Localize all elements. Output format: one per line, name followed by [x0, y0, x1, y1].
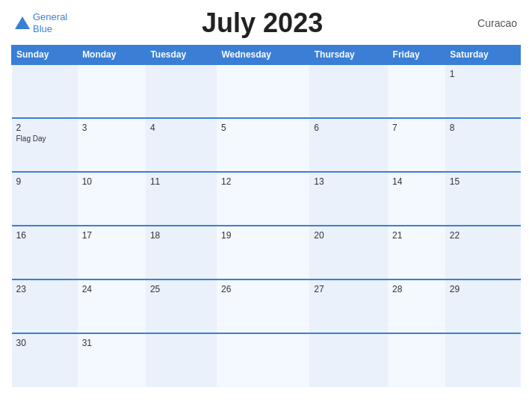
calendar-cell: [445, 333, 521, 387]
day-number: 5: [221, 123, 305, 133]
day-number: 25: [150, 284, 212, 294]
calendar-cell: [217, 333, 309, 387]
calendar-container: General Blue July 2023 Curacao SundayMon…: [0, 0, 532, 411]
logo-triangle-icon: [15, 16, 30, 29]
calendar-cell: 22: [445, 226, 521, 279]
calendar-cell: 16: [12, 226, 78, 279]
calendar-cell: 3: [78, 118, 146, 172]
day-number: 9: [16, 176, 73, 187]
calendar-cell: 1: [445, 64, 521, 118]
day-number: 4: [150, 123, 212, 133]
calendar-cell: 23: [12, 279, 78, 333]
day-number: 23: [16, 284, 73, 294]
day-number: 21: [392, 230, 441, 241]
day-number: 29: [450, 284, 516, 294]
day-number: 6: [314, 123, 383, 133]
calendar-header: General Blue July 2023 Curacao: [11, 7, 521, 39]
calendar-cell: 14: [388, 172, 445, 226]
calendar-cell: 18: [146, 226, 217, 279]
calendar-cell: 24: [78, 279, 146, 333]
day-number: 16: [16, 230, 73, 241]
calendar-cell: 13: [309, 172, 388, 226]
calendar-cell: [388, 64, 445, 118]
calendar-week-row: 2Flag Day345678: [12, 118, 521, 172]
calendar-cell: 27: [309, 279, 388, 333]
day-number: 31: [82, 338, 141, 348]
calendar-cell: 26: [217, 279, 309, 333]
day-number: 10: [82, 176, 141, 187]
country-label: Curacao: [457, 17, 517, 29]
day-number: 19: [221, 230, 305, 241]
calendar-cell: 17: [78, 226, 146, 279]
calendar-cell: 25: [146, 279, 217, 333]
day-number: 18: [150, 230, 212, 241]
day-number: 2: [16, 123, 73, 133]
calendar-cell: 30: [12, 333, 78, 387]
day-event: Flag Day: [16, 135, 73, 143]
day-number: 28: [392, 284, 441, 294]
calendar-cell: 20: [309, 226, 388, 279]
weekday-header-row: SundayMondayTuesdayWednesdayThursdayFrid…: [12, 46, 521, 65]
calendar-cell: 5: [217, 118, 309, 172]
logo: General Blue: [15, 11, 67, 34]
calendar-week-row: 1: [12, 64, 521, 118]
day-number: 30: [16, 338, 73, 348]
calendar-cell: 2Flag Day: [12, 118, 78, 172]
calendar-week-row: 23242526272829: [12, 279, 521, 333]
calendar-cell: 29: [445, 279, 521, 333]
calendar-cell: [309, 333, 388, 387]
weekday-header-sunday: Sunday: [12, 46, 78, 65]
calendar-cell: [388, 333, 445, 387]
day-number: 7: [392, 123, 441, 133]
calendar-week-row: 16171819202122: [12, 226, 521, 279]
calendar-cell: 12: [217, 172, 309, 226]
day-number: 20: [314, 230, 383, 241]
day-number: 27: [314, 284, 383, 294]
day-number: 3: [82, 123, 141, 133]
logo-text: General Blue: [33, 11, 67, 34]
calendar-cell: [146, 333, 217, 387]
calendar-cell: [78, 64, 146, 118]
weekday-header-wednesday: Wednesday: [217, 46, 309, 65]
calendar-cell: [309, 64, 388, 118]
month-title: July 2023: [67, 7, 457, 39]
calendar-cell: 9: [12, 172, 78, 226]
weekday-header-thursday: Thursday: [309, 46, 388, 65]
calendar-cell: 28: [388, 279, 445, 333]
calendar-cell: 19: [217, 226, 309, 279]
day-number: 15: [450, 176, 516, 187]
day-number: 24: [82, 284, 141, 294]
calendar-cell: 6: [309, 118, 388, 172]
calendar-cell: 7: [388, 118, 445, 172]
day-number: 13: [314, 176, 383, 187]
day-number: 1: [450, 69, 516, 79]
calendar-week-row: 3031: [12, 333, 521, 387]
calendar-cell: 11: [146, 172, 217, 226]
day-number: 22: [450, 230, 516, 241]
calendar-cell: 31: [78, 333, 146, 387]
logo-line2: Blue: [33, 23, 67, 35]
day-number: 11: [150, 176, 212, 187]
calendar-cell: [217, 64, 309, 118]
weekday-header-tuesday: Tuesday: [146, 46, 217, 65]
day-number: 26: [221, 284, 305, 294]
calendar-cell: 15: [445, 172, 521, 226]
calendar-cell: [146, 64, 217, 118]
day-number: 12: [221, 176, 305, 187]
logo-line1: General: [33, 11, 67, 23]
calendar-cell: 4: [146, 118, 217, 172]
calendar-cell: 10: [78, 172, 146, 226]
day-number: 8: [450, 123, 516, 133]
weekday-header-monday: Monday: [78, 46, 146, 65]
calendar-cell: [12, 64, 78, 118]
calendar-cell: 8: [445, 118, 521, 172]
weekday-header-friday: Friday: [388, 46, 445, 65]
weekday-header-saturday: Saturday: [445, 46, 521, 65]
calendar-table: SundayMondayTuesdayWednesdayThursdayFrid…: [11, 45, 521, 387]
day-number: 14: [392, 176, 441, 187]
day-number: 17: [82, 230, 141, 241]
calendar-week-row: 9101112131415: [12, 172, 521, 226]
calendar-cell: 21: [388, 226, 445, 279]
